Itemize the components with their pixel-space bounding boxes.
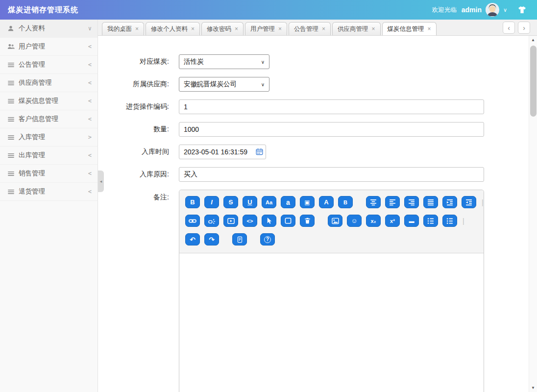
bold-button[interactable]: B [185, 196, 200, 208]
close-icon[interactable]: × [372, 25, 375, 32]
theme-skin-icon[interactable] [518, 6, 526, 14]
font-family-button[interactable]: Aa [262, 196, 276, 208]
sidebar-item-customer-info-management[interactable]: 客户信息管理 < [0, 110, 98, 128]
quantity-input[interactable] [179, 122, 484, 137]
scroll-down-arrow[interactable]: ▼ [529, 384, 537, 392]
highlight-color-button[interactable]: B [338, 196, 353, 208]
insert-link-button[interactable] [185, 215, 200, 227]
toolbar-separator: | [482, 198, 484, 206]
sidebar-item-coal-info-management[interactable]: 煤炭信息管理 < [0, 92, 98, 110]
preview-button[interactable] [232, 233, 247, 245]
sidebar-item-supplier-management[interactable]: 供应商管理 < [0, 74, 98, 92]
close-icon[interactable]: × [322, 25, 325, 32]
main-area: 我的桌面 × 修改个人资料 × 修改密码 × 用户管理 × 公告管理 × 供应商… [98, 20, 537, 392]
chevron-icon: < [88, 152, 92, 159]
sidebar-collapse-handle[interactable]: ◂ [98, 171, 104, 192]
tab-change-password[interactable]: 修改密码 × [201, 22, 244, 35]
superscript-button[interactable]: x² [385, 215, 400, 227]
align-justify-button[interactable] [423, 196, 438, 208]
format-block-button[interactable]: ▣ [300, 196, 315, 208]
sidebar-item-inbound-management[interactable]: 入库管理 > [0, 128, 98, 147]
subscript-button[interactable]: x₂ [366, 215, 381, 227]
sidebar-item-profile[interactable]: 个人资料 ∨ [0, 20, 98, 38]
document-icon [237, 236, 243, 243]
align-justify-icon [427, 199, 434, 206]
close-icon[interactable]: × [278, 25, 282, 32]
tab-coal-info-management[interactable]: 煤炭信息管理 × [382, 22, 437, 35]
unlink-button[interactable] [204, 215, 219, 227]
sidebar-item-label: 入库管理 [19, 133, 88, 142]
tab-notice-management[interactable]: 公告管理 × [289, 22, 331, 35]
undo-button[interactable]: ↶ [185, 233, 200, 245]
outdent-button[interactable] [462, 196, 476, 208]
italic-button[interactable]: I [204, 196, 219, 208]
username-text: admin [462, 6, 482, 14]
vertical-scrollbar[interactable]: ▲ ▼ [529, 36, 537, 392]
unordered-list-button[interactable] [442, 215, 457, 227]
chevron-icon: < [88, 43, 92, 50]
insert-image-button[interactable] [328, 215, 342, 227]
sidebar-item-returns-management[interactable]: 退货管理 < [0, 183, 98, 201]
sidebar-item-label: 公告管理 [19, 60, 88, 69]
tab-label: 修改密码 [207, 25, 231, 33]
help-button[interactable]: ? [260, 233, 275, 245]
chevron-icon: < [88, 98, 92, 104]
redo-button[interactable]: ↷ [204, 233, 219, 245]
form-row-supplier: 所属供应商: 安徽皖晋煤炭公司 ∨ [98, 77, 529, 92]
insert-video-button[interactable] [223, 215, 238, 227]
ordered-list-button[interactable] [423, 215, 438, 227]
delete-button[interactable] [300, 215, 315, 227]
sidebar-item-notice-management[interactable]: 公告管理 < [0, 56, 98, 74]
strikethrough-button[interactable]: S [223, 196, 238, 208]
coal-select[interactable]: 活性炭 ∨ [179, 54, 269, 69]
editor-toolbar: B I S U Aa a ▣ A B [179, 190, 484, 253]
fullscreen-button[interactable] [281, 215, 295, 227]
text-color-button[interactable]: A [319, 196, 334, 208]
chevron-icon: < [88, 116, 92, 122]
supplier-select[interactable]: 安徽皖晋煤炭公司 ∨ [179, 77, 269, 92]
sidebar-item-user-management[interactable]: 用户管理 < [0, 38, 98, 56]
tab-my-desktop[interactable]: 我的桌面 × [102, 22, 144, 35]
editor-content[interactable] [179, 253, 484, 392]
select-all-button[interactable] [262, 215, 276, 227]
chevron-icon: < [88, 79, 92, 86]
align-left-icon [389, 199, 396, 206]
ordered-list-icon [427, 218, 434, 224]
sidebar-item-label: 退货管理 [19, 187, 88, 196]
time-input[interactable] [179, 145, 266, 159]
sidebar: 个人资料 ∨ 用户管理 < 公告管理 < 供应商管理 < [0, 20, 98, 392]
calendar-icon[interactable] [256, 148, 263, 155]
code-view-button[interactable]: <> [243, 215, 257, 227]
tab-label: 煤炭信息管理 [388, 25, 424, 33]
chevron-icon: ∨ [88, 25, 92, 32]
sidebar-item-outbound-management[interactable]: 出库管理 < [0, 147, 98, 165]
chevron-down-icon[interactable]: ∨ [503, 7, 507, 13]
code-input[interactable] [179, 99, 484, 114]
emoji-button[interactable]: ☺ [347, 215, 362, 227]
scroll-up-arrow[interactable]: ▲ [529, 36, 537, 44]
avatar[interactable] [486, 3, 499, 17]
align-left-button[interactable] [385, 196, 400, 208]
sidebar-item-sales-management[interactable]: 销售管理 < [0, 165, 98, 183]
tab-user-management[interactable]: 用户管理 × [245, 22, 287, 35]
close-icon[interactable]: × [428, 25, 431, 32]
outdent-icon [465, 199, 472, 206]
close-icon[interactable]: × [235, 25, 238, 32]
close-icon[interactable]: × [191, 25, 195, 32]
underline-button[interactable]: U [243, 196, 257, 208]
chevron-icon: > [88, 134, 92, 141]
toolbar-row-1: B I S U Aa a ▣ A B [185, 196, 479, 208]
align-right-button[interactable] [404, 196, 419, 208]
tab-scroll-right-button[interactable]: › [518, 22, 530, 34]
supplier-select-value: 安徽皖晋煤炭公司 [184, 80, 237, 89]
font-size-button[interactable]: a [281, 196, 295, 208]
tab-supplier-management[interactable]: 供应商管理 × [332, 22, 381, 35]
reason-input[interactable] [179, 167, 484, 182]
close-icon[interactable]: × [135, 25, 139, 32]
horizontal-rule-button[interactable]: ▬ [404, 215, 419, 227]
indent-button[interactable] [442, 196, 457, 208]
tab-scroll-left-button[interactable]: ‹ [503, 22, 515, 34]
align-center-button[interactable] [366, 196, 381, 208]
tab-edit-profile[interactable]: 修改个人资料 × [146, 22, 200, 35]
scrollbar-thumb[interactable] [530, 46, 537, 117]
